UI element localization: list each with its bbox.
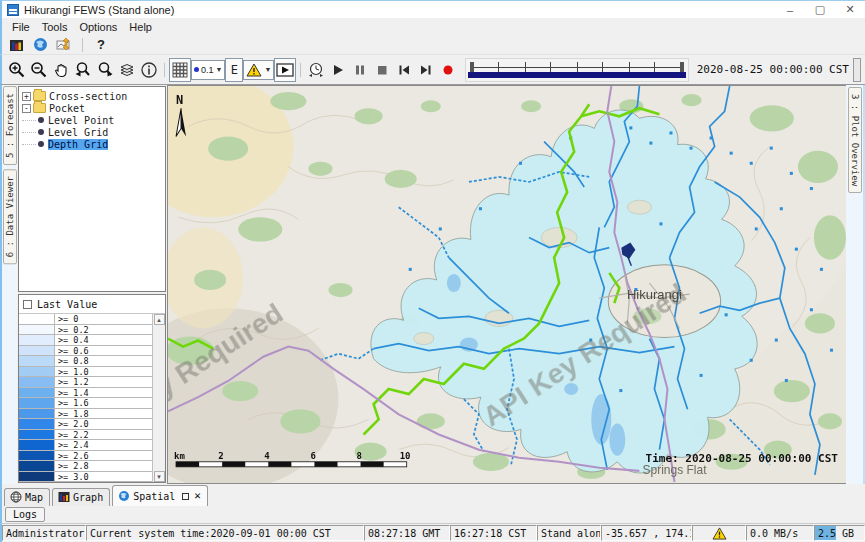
legend-row[interactable]: >= 1.6 (19, 398, 152, 409)
legend-row-label: >= 1.0 (55, 367, 152, 377)
legend-row[interactable]: >= 0.4 (19, 335, 152, 346)
main-toolbar: ? (0, 35, 865, 55)
archive-icon[interactable] (6, 36, 26, 54)
svg-text:8: 8 (357, 451, 362, 461)
status-coordinates: -35.657 , 174.199 (601, 525, 692, 541)
bullet-icon (38, 141, 44, 147)
legend-row[interactable]: >= 2.4 (19, 440, 152, 451)
zoom-previous-icon[interactable] (72, 58, 94, 82)
logs-row: Logs (0, 506, 865, 524)
last-value-checkbox[interactable] (23, 300, 32, 309)
bullet-icon (38, 117, 44, 123)
thresholds-dropdown[interactable]: ▼ (243, 60, 274, 80)
menu-help[interactable]: Help (123, 20, 158, 34)
legend-row[interactable]: >= 0.2 (19, 325, 152, 336)
legend-row[interactable]: >= 2.2 (19, 430, 152, 441)
legend-row[interactable]: >= 0.6 (19, 346, 152, 357)
legend-color-swatch (19, 346, 55, 356)
tree-item-level-point[interactable]: Level Point (19, 114, 165, 126)
status-system-time: Current system time:2020-09-01 00:00 CST (86, 525, 364, 541)
tab-spatial[interactable]: Spatial ✕ (112, 485, 208, 506)
zoom-out-icon[interactable] (28, 58, 50, 82)
legend-row[interactable]: >= 1.0 (19, 367, 152, 378)
tree-toggle-icon[interactable]: + (22, 92, 31, 101)
current-datetime: 2020-08-25 00:00:00 CST (695, 63, 853, 76)
legend-row[interactable]: >= 0.8 (19, 356, 152, 367)
legend-row[interactable]: >= 1.2 (19, 377, 152, 388)
legend-row[interactable]: >= 2.0 (19, 419, 152, 430)
record-icon[interactable] (437, 58, 459, 82)
zoom-in-icon[interactable] (6, 58, 28, 82)
status-bar: Administrator Current system time:2020-0… (0, 524, 865, 542)
status-warning-cell[interactable] (692, 525, 746, 541)
restore-panel-icon[interactable] (182, 493, 189, 500)
tree-item-pocket[interactable]: -Pocket (19, 102, 165, 114)
map-view[interactable]: API Key Required API Key Required N km 2… (167, 85, 846, 484)
legend-scrollbar[interactable]: ▲ ▼ (152, 314, 165, 482)
tree-item-level-grid[interactable]: Level Grid (19, 126, 165, 138)
legend-row[interactable]: >= 3.0 (19, 472, 152, 483)
map-time-label: Time: 2020-08-25 00:00:00 CST (646, 452, 839, 465)
tree-item-label: Pocket (49, 103, 85, 114)
legend-row-label: >= 0.4 (55, 335, 152, 345)
legend-row[interactable]: >= 1.4 (19, 388, 152, 399)
time-slider[interactable] (465, 58, 688, 82)
menu-options[interactable]: Options (73, 20, 123, 34)
step-backward-icon[interactable] (393, 58, 415, 82)
legend-color-swatch (19, 367, 55, 377)
legend-color-swatch (19, 398, 55, 408)
legend-color-swatch (19, 314, 55, 324)
scroll-down-icon[interactable]: ▼ (154, 471, 165, 482)
tab-plot-overview[interactable]: 3 : Plot Overview (848, 87, 862, 193)
legend-button[interactable]: E (225, 58, 243, 82)
menu-file[interactable]: File (6, 20, 36, 34)
time-navigator-icon[interactable] (305, 58, 327, 82)
class-break-dot-icon (194, 67, 199, 72)
globe-icon[interactable] (30, 36, 50, 54)
class-break-value: 0.1 (201, 65, 214, 75)
legend-color-swatch (19, 388, 55, 398)
minimize-button[interactable]: – (775, 1, 805, 18)
legend-color-swatch (19, 325, 55, 335)
play-icon[interactable] (327, 58, 349, 82)
tab-forecast[interactable]: 5 : Forecast (3, 86, 17, 165)
time-span-bar (468, 72, 685, 78)
close-button[interactable]: ✕ (835, 1, 865, 18)
panel-grip[interactable] (853, 58, 861, 82)
data-viewer-panel: +Cross-section-PocketLevel PointLevel Gr… (17, 85, 167, 484)
warning-icon (246, 63, 262, 77)
zoom-next-icon[interactable] (94, 58, 116, 82)
toolbar-separator (164, 63, 165, 77)
class-break-dropdown[interactable]: 0.1 ▼ (191, 60, 225, 80)
legend-row[interactable]: >= 2.6 (19, 451, 152, 462)
stop-icon[interactable] (371, 58, 393, 82)
movie-export-icon[interactable] (274, 58, 296, 82)
pan-icon[interactable] (50, 58, 72, 82)
tab-map[interactable]: Map (4, 488, 50, 506)
legend-color-swatch (19, 430, 55, 440)
close-panel-icon[interactable]: ✕ (194, 492, 201, 500)
legend-row-label: >= 0 (55, 314, 152, 324)
layers-icon[interactable] (116, 58, 138, 82)
tree-item-depth-grid[interactable]: Depth Grid (19, 138, 165, 150)
scroll-up-icon[interactable]: ▲ (154, 314, 165, 325)
svg-text:6: 6 (310, 451, 315, 461)
svg-text:km: km (174, 451, 185, 461)
tree-toggle-icon[interactable]: - (22, 104, 31, 113)
tab-graph[interactable]: Graph (52, 488, 110, 506)
menu-tools[interactable]: Tools (36, 20, 74, 34)
step-forward-icon[interactable] (415, 58, 437, 82)
legend-row[interactable]: >= 0 (19, 314, 152, 325)
help-icon[interactable]: ? (91, 36, 111, 54)
legend-row[interactable]: >= 1.8 (19, 409, 152, 420)
logs-button[interactable]: Logs (5, 507, 45, 522)
tab-data-viewer[interactable]: 6 : Data Viewer (3, 169, 17, 264)
legend-row[interactable]: >= 2.8 (19, 461, 152, 472)
folder-icon (33, 103, 46, 113)
pause-icon[interactable] (349, 58, 371, 82)
maximize-button[interactable]: ▢ (805, 1, 835, 18)
grid-icon[interactable] (169, 58, 191, 82)
info-icon[interactable] (138, 58, 160, 82)
spatial-display-icon[interactable] (54, 36, 74, 54)
legend-color-swatch (19, 335, 55, 345)
